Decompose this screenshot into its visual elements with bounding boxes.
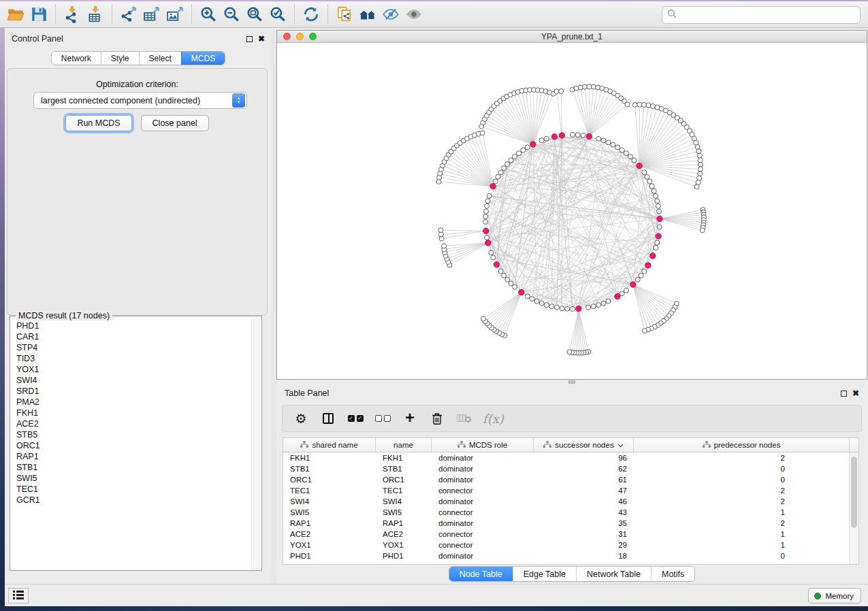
criterion-dropdown[interactable]: largest connected component (undirected)… xyxy=(33,92,247,109)
run-mcds-button[interactable]: Run MCDS xyxy=(65,115,131,131)
select-all-icon[interactable]: ✓✓ xyxy=(347,409,364,428)
mcds-result-item[interactable]: STP4 xyxy=(11,342,251,353)
table-row[interactable]: TEC1TEC1connector472 xyxy=(283,485,858,496)
list-icon xyxy=(13,590,24,602)
mcds-result-item[interactable]: TEC1 xyxy=(11,484,251,495)
float-table-panel-icon[interactable] xyxy=(841,391,847,397)
export-image-icon[interactable] xyxy=(163,3,187,25)
close-panel-button[interactable]: Close panel xyxy=(141,115,209,131)
table-row[interactable]: FKH1FKH1dominator962 xyxy=(283,452,858,463)
export-table-icon[interactable] xyxy=(140,3,163,25)
open-folder-icon[interactable] xyxy=(4,3,27,25)
table-row[interactable]: STB1STB1dominator620 xyxy=(283,463,858,474)
mcds-result-item[interactable]: PMA2 xyxy=(11,397,251,408)
import-network-icon[interactable] xyxy=(61,3,84,25)
mcds-result-item[interactable]: PHD1 xyxy=(11,320,251,331)
table-scrollbar-thumb[interactable] xyxy=(851,457,857,528)
mcds-result-item[interactable]: SRD1 xyxy=(11,386,251,397)
memory-button[interactable]: Memory xyxy=(808,588,861,604)
column-header-successor-nodes[interactable]: successor nodes xyxy=(534,438,634,452)
table-row[interactable]: RAP1RAP1dominator352 xyxy=(283,518,858,529)
table-scrollbar[interactable] xyxy=(849,452,858,564)
table-row[interactable]: SWI5SWI5connector431 xyxy=(283,507,858,518)
mcds-result-item[interactable]: CAR1 xyxy=(11,331,251,342)
toolbar-separator xyxy=(327,5,328,24)
tab-motifs[interactable]: Motifs xyxy=(651,567,694,581)
table-cell: connector xyxy=(432,540,534,550)
export-network-icon[interactable] xyxy=(117,3,140,25)
search-input[interactable] xyxy=(677,8,860,22)
table-cell: 96 xyxy=(534,452,634,463)
tab-edge-table[interactable]: Edge Table xyxy=(513,567,576,581)
sitemap-icon xyxy=(457,441,466,450)
control-panel-header: Control Panel ✖ xyxy=(5,30,272,48)
table-options-icon[interactable]: ⚙ xyxy=(292,409,310,428)
divider-drag-handle[interactable] xyxy=(568,380,575,384)
tab-mcds[interactable]: MCDS xyxy=(181,52,225,65)
mcds-result-item[interactable]: GCR1 xyxy=(11,495,251,506)
column-header-MCDS-role[interactable]: MCDS role xyxy=(432,438,534,452)
table-panel-header: Table Panel ✖ xyxy=(276,384,867,402)
table-cell: STB1 xyxy=(283,463,376,474)
tab-node-table[interactable]: Node Table xyxy=(449,567,513,581)
table-row[interactable]: ACE2ACE2connector311 xyxy=(283,529,858,540)
mcds-result-item[interactable]: YOX1 xyxy=(11,364,251,375)
fan-edge-layer xyxy=(438,86,704,352)
table-row[interactable]: ORC1ORC1dominator610 xyxy=(283,474,858,485)
tab-style[interactable]: Style xyxy=(101,52,139,65)
mcds-result-item[interactable]: ACE2 xyxy=(11,418,251,429)
mcds-result-item[interactable]: SWI4 xyxy=(11,375,251,386)
mcds-tool-area: Optimization criterion: largest connecte… xyxy=(7,68,268,316)
table-cell: 29 xyxy=(534,540,634,550)
table-cell: YOX1 xyxy=(376,540,432,550)
tab-select[interactable]: Select xyxy=(139,52,181,65)
close-panel-icon[interactable]: ✖ xyxy=(258,35,265,43)
mcds-result-item[interactable]: STB5 xyxy=(11,429,251,440)
mcds-result-box: MCDS result (17 nodes) PHD1CAR1STP4TID3Y… xyxy=(10,316,262,571)
table-cell: 35 xyxy=(534,518,634,529)
table-cell: SWI4 xyxy=(376,496,432,507)
refresh-icon[interactable] xyxy=(300,3,323,25)
horizontal-split-divider[interactable] xyxy=(276,380,867,384)
zoom-fit-icon[interactable] xyxy=(243,3,266,25)
float-panel-icon[interactable] xyxy=(246,36,253,42)
duplicate-network-icon[interactable] xyxy=(333,3,356,25)
table-cell: 61 xyxy=(534,474,634,485)
network-canvas[interactable] xyxy=(277,43,867,379)
zoom-selected-icon[interactable] xyxy=(266,3,289,25)
hide-selected-icon[interactable] xyxy=(379,3,402,25)
column-header-shared-name[interactable]: shared name xyxy=(283,438,376,452)
save-icon[interactable] xyxy=(27,3,50,25)
zoom-out-icon[interactable] xyxy=(220,3,243,25)
search-field[interactable] xyxy=(662,6,861,24)
table-cell: SWI4 xyxy=(283,496,376,507)
mcds-result-item[interactable]: RAP1 xyxy=(11,451,251,462)
table-cell: connector xyxy=(432,507,534,518)
import-table-icon[interactable] xyxy=(84,3,107,25)
column-header-predecessor-nodes[interactable]: predecessor nodes xyxy=(634,438,850,452)
table-row[interactable]: PHD1PHD1dominator180 xyxy=(283,550,858,561)
mcds-result-item[interactable]: ORC1 xyxy=(11,440,251,451)
first-neighbors-icon[interactable] xyxy=(356,3,379,25)
show-all-icon[interactable] xyxy=(402,3,425,25)
mcds-list-scrollbar[interactable] xyxy=(251,317,261,569)
delete-rows-icon[interactable] xyxy=(428,409,446,428)
column-header-name[interactable]: name xyxy=(376,438,432,452)
zoom-in-icon[interactable] xyxy=(197,3,220,25)
show-columns-icon[interactable] xyxy=(319,409,337,428)
tab-network-table[interactable]: Network Table xyxy=(576,567,651,581)
tab-network[interactable]: Network xyxy=(52,52,101,65)
table-row[interactable]: SWI4SWI4dominator462 xyxy=(283,496,858,507)
task-history-button[interactable] xyxy=(8,588,29,604)
mcds-result-item[interactable]: FKH1 xyxy=(11,408,251,418)
table-cell: 0 xyxy=(634,474,850,485)
vertical-split-divider[interactable] xyxy=(272,30,276,584)
deselect-all-icon[interactable] xyxy=(374,409,391,428)
mcds-result-item[interactable]: TID3 xyxy=(11,353,251,364)
close-table-panel-icon[interactable]: ✖ xyxy=(852,389,859,397)
table-row[interactable]: YOX1YOX1connector291 xyxy=(283,540,858,550)
mcds-result-item[interactable]: STB1 xyxy=(11,462,251,473)
mcds-result-item[interactable]: SWI5 xyxy=(11,473,251,484)
toolbar-separator xyxy=(112,5,112,24)
add-row-icon[interactable]: + xyxy=(401,409,419,428)
